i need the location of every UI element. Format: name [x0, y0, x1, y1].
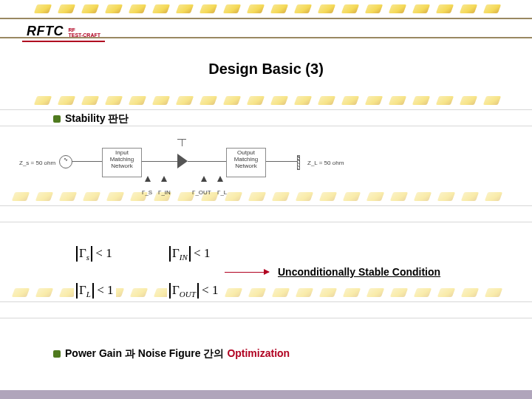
gamma-l-label: Γ_L	[217, 189, 227, 196]
output-matching-box: Output Matching Network	[226, 148, 266, 177]
input-matching-box: Input Matching Network	[102, 148, 142, 177]
footer-bar	[0, 390, 532, 399]
arrow-right-icon	[225, 272, 269, 273]
zload-label: Z_L = 50 ohm	[307, 160, 344, 166]
bullet-gain-noise: Power Gain 과 Noise Figure 간의 Optimizatio…	[53, 347, 290, 361]
bullet-icon	[53, 350, 61, 358]
zsource-label: Z_s = 50 ohm	[19, 160, 55, 166]
page-title: Design Basic (3)	[0, 61, 532, 78]
logo-sub: RFTEST-CRAFT	[68, 27, 100, 38]
circuit-diagram: Z_s = 50 ohm ∿ Input Matching Network Ou…	[56, 132, 366, 213]
gamma-out-label: Γ_OUT	[192, 189, 211, 196]
condition-gamma-l: ΓL < 1	[74, 282, 116, 299]
load-symbol	[297, 155, 300, 170]
source-symbol: ∿	[59, 155, 72, 168]
condition-gamma-in: ΓIN < 1	[167, 245, 212, 262]
bullet-stability-label: Stability 판단	[65, 112, 129, 126]
stable-condition-label: Unconditionally Stable Condition	[278, 266, 440, 278]
gamma-s-label: Γ_S	[142, 189, 152, 196]
logo: RFTC RFTEST-CRAFT	[22, 22, 105, 42]
gamma-in-label: Γ_IN	[158, 189, 171, 196]
condition-gamma-s: Γs < 1	[74, 245, 115, 262]
transistor-symbol	[177, 154, 188, 168]
bullet-gain-noise-label: Power Gain 과 Noise Figure 간의 Optimizatio…	[65, 347, 290, 361]
condition-gamma-out: ΓOUT < 1	[167, 282, 220, 299]
bullet-icon	[53, 115, 61, 123]
logo-main: RFTC	[27, 24, 64, 38]
bullet-stability: Stability 판단	[53, 112, 129, 126]
